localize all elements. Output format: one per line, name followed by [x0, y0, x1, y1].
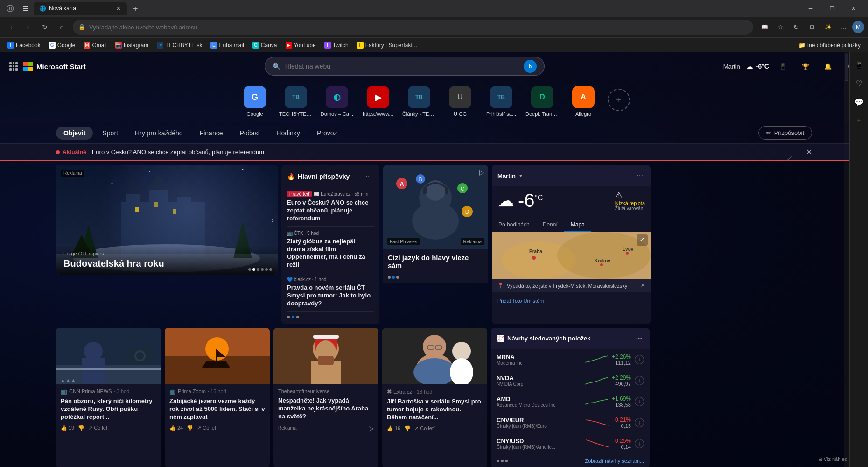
ticker-close-button[interactable]: ✕: [806, 148, 812, 156]
prima-dislike-button[interactable]: 👎: [187, 425, 193, 431]
notice-close-button[interactable]: ✕: [641, 283, 645, 289]
back-nav-button[interactable]: ‹: [4, 20, 19, 35]
sidebar-add-icon[interactable]: +: [851, 112, 868, 129]
notifications-button[interactable]: 🔔: [819, 58, 836, 75]
bookmark-google[interactable]: G Google: [45, 40, 79, 50]
weather-tab-map[interactable]: Mapa: [564, 219, 591, 232]
bookmark-youtube[interactable]: ▶ YouTube: [282, 40, 320, 50]
stock-mrna-add-button[interactable]: +: [635, 355, 644, 364]
address-bar[interactable]: 🔒: [73, 20, 753, 35]
quick-link-articles[interactable]: TB Články › TEC...: [402, 86, 436, 117]
extra-like-button[interactable]: 👍 16: [387, 425, 400, 432]
article1-ad-btn[interactable]: ▷: [479, 169, 484, 176]
sidebar-phone-icon[interactable]: 📱: [851, 56, 868, 73]
close-button[interactable]: ✕: [843, 0, 864, 17]
stock-amd-add-button[interactable]: +: [635, 397, 644, 406]
new-tab-button[interactable]: ＋: [129, 2, 142, 15]
tab-finance[interactable]: Finance: [192, 127, 231, 140]
tab-pocasi[interactable]: Počasí: [232, 127, 267, 140]
share-button[interactable]: ↗ Co letí: [88, 425, 109, 431]
home-button[interactable]: ⌂: [54, 20, 69, 35]
bookmark-facebook[interactable]: f Facebook: [4, 40, 44, 50]
close-tab-icon[interactable]: ✕: [116, 5, 121, 12]
sidebar-chat-icon[interactable]: 💬: [851, 93, 868, 110]
bookmark-twitch[interactable]: T Twitch: [321, 40, 352, 50]
prima-share-button[interactable]: ↗ Co letí: [197, 425, 217, 431]
search-input[interactable]: [285, 63, 519, 70]
stock-nvda-add-button[interactable]: +: [635, 376, 644, 385]
apps-grid-button[interactable]: [9, 62, 18, 71]
refresh-button[interactable]: ↻: [37, 20, 52, 35]
active-tab[interactable]: 🌐 Nová karta ✕: [34, 2, 127, 15]
minimize-button[interactable]: ─: [800, 0, 821, 17]
phone-icon-button[interactable]: 📱: [775, 58, 791, 75]
bookmark-canva[interactable]: C Canva: [249, 40, 281, 50]
feed-more-button[interactable]: ···: [364, 170, 374, 183]
bookmark-euba[interactable]: E Euba mail: [207, 40, 247, 50]
quick-link-login[interactable]: TB Prihlásiť sa...: [484, 86, 518, 117]
add-quick-link-button[interactable]: +: [608, 89, 630, 114]
bookmark-techbyte[interactable]: TB TECHBYTE.sk: [153, 40, 206, 50]
quick-link-ugg[interactable]: U U GG: [443, 86, 477, 117]
weather-more-button[interactable]: ···: [635, 170, 645, 182]
favorites-button[interactable]: ☆: [773, 20, 788, 35]
quick-link-deepl[interactable]: D DeepL Transl...: [525, 86, 559, 117]
tab-provoz[interactable]: Provoz: [309, 127, 345, 140]
copilot-button[interactable]: ✨: [820, 20, 835, 35]
stock-cnveur-add-button[interactable]: +: [635, 418, 644, 427]
stocks-more-button[interactable]: ···: [634, 333, 644, 345]
quick-link-google[interactable]: G Google: [238, 86, 272, 117]
weather-tab-hourly[interactable]: Po hodinách: [492, 219, 536, 232]
split-view-button[interactable]: ⊡: [805, 20, 819, 35]
bing-search-button[interactable]: b: [524, 60, 537, 73]
extra-dislike-button[interactable]: 👎: [404, 425, 411, 432]
reading-mode-button[interactable]: 📖: [757, 20, 772, 35]
article1-card[interactable]: A B C D Fast Phrases ▷ Reklama Cizí jazy…: [383, 165, 488, 324]
bookmark-gmail[interactable]: M Gmail: [80, 40, 110, 50]
like-button[interactable]: 👍 19: [61, 425, 74, 431]
quick-link-techbyte[interactable]: TB TECHBYTE.sk: [279, 86, 313, 117]
address-input[interactable]: [89, 24, 748, 31]
bookmark-folder-other[interactable]: 📁 Iné obľúbené položky: [795, 40, 864, 50]
tab-hry[interactable]: Hry pro každého: [127, 127, 190, 140]
stock-nvda[interactable]: NVDA NVIDIA Corp +2,29% 490,97 +: [491, 370, 650, 391]
bottom-card-cnn[interactable]: ▲ ▲ ▲ 📺 CNN Prima NEWS · 3 hod Pán obzor…: [56, 328, 161, 467]
quick-link-allegro[interactable]: A Allegro: [567, 86, 600, 117]
stock-cnveur[interactable]: CNV/EUR Čínský jüan (RMB)/Euro -0,21% 0,…: [491, 412, 650, 433]
stock-cnyusd[interactable]: CNY/USD Čínský jüan (RMB)/Americ... -0,2…: [491, 433, 650, 454]
tab-sport[interactable]: Sport: [95, 127, 125, 140]
expand-quicklinks-button[interactable]: ⤢: [786, 153, 793, 163]
sidebar-heart-icon[interactable]: ♡: [851, 75, 868, 92]
add-location-button[interactable]: Přidat Toto Umístění: [497, 298, 544, 304]
dislike-button[interactable]: 👎: [78, 425, 84, 431]
customize-button[interactable]: ✏ Přizpůsobit: [758, 126, 812, 140]
extra-share-button[interactable]: ↗ Co letí: [414, 425, 435, 432]
rewards-icon-button[interactable]: 🏆: [797, 58, 814, 75]
search-bar[interactable]: 🔍 b: [265, 57, 545, 76]
quick-link-youtube[interactable]: ▶ https://www...: [361, 86, 395, 117]
feed-item-1[interactable]: Právě teď 📰 EuroZpravy.cz · 56 min Euro …: [287, 187, 374, 227]
stock-mrna[interactable]: MRNA Moderna Inc +2,26% 111,12 +: [491, 349, 650, 370]
quick-link-canva[interactable]: ◐ Domov – Ca...: [320, 86, 354, 117]
show-more-stocks-button[interactable]: Zobrazit návrhy seznam...: [585, 458, 644, 464]
weather-location-selector[interactable]: Martin ▼: [497, 172, 523, 179]
maximize-button[interactable]: ❐: [821, 0, 843, 17]
bottom-card-heart[interactable]: Theheartoftheuniverse Nespadněte! Jak vy…: [273, 328, 378, 467]
view-all-button[interactable]: ⊞ Viz náhled: [818, 456, 847, 462]
bookmark-faktury[interactable]: F Faktúry | Superfakt...: [353, 40, 421, 50]
back-button[interactable]: [4, 2, 17, 15]
tab-objevit[interactable]: Objevit: [56, 127, 93, 140]
profile-button[interactable]: M: [852, 21, 864, 33]
refresh-nav-button[interactable]: ↻: [789, 20, 804, 35]
hero-next-button[interactable]: ›: [271, 215, 274, 225]
bottom-card-extra[interactable]: ✖ Extra.cz · 18 hod Jiří Bartoška v seri…: [382, 328, 487, 467]
ticker-text[interactable]: Euro v Česku? ANO se chce zeptat občanů,…: [92, 149, 800, 156]
bookmark-instagram[interactable]: 📷 Instagram: [112, 40, 152, 50]
weather-tab-daily[interactable]: Denní: [536, 219, 564, 232]
tab-hodinky[interactable]: Hodinky: [269, 127, 308, 140]
feed-item-2[interactable]: 📺 ČTK · 5 hod Zlatý glóbus za nejlepší d…: [287, 227, 374, 274]
stock-amd[interactable]: AMD Advanced Micro Devices Inc +1,69% 13…: [491, 391, 650, 412]
tab-list-button[interactable]: ☰: [19, 2, 32, 15]
forward-nav-button[interactable]: ›: [21, 20, 35, 35]
stock-cnyusd-add-button[interactable]: +: [635, 439, 644, 448]
